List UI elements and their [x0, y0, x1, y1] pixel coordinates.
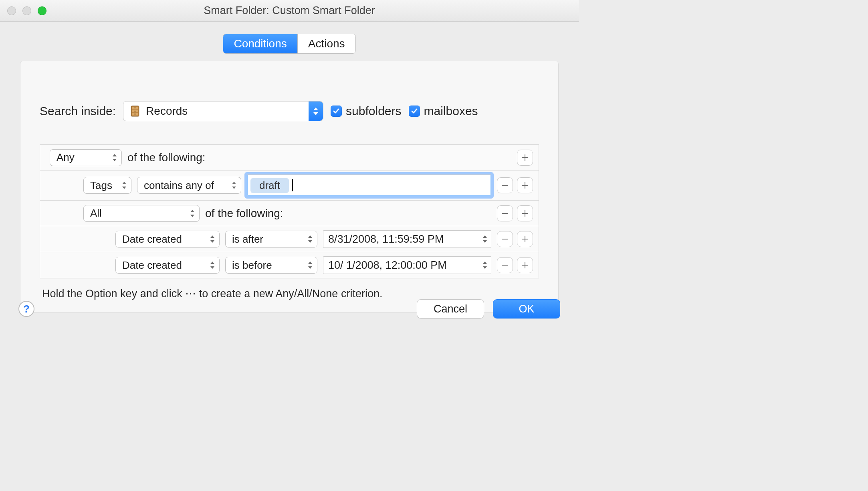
svg-rect-10	[502, 239, 508, 239]
chevron-updown-icon	[307, 262, 313, 269]
remove-rule-button[interactable]	[497, 231, 513, 247]
search-folder-value: Records	[146, 105, 304, 118]
nested-match-mode-value: All	[90, 207, 102, 219]
svg-rect-6	[134, 111, 136, 112]
content-panel: Search inside: Records	[20, 61, 559, 312]
remove-rule-button[interactable]	[497, 257, 513, 273]
subfolders-checkbox-group: subfolders	[331, 104, 401, 118]
minus-icon	[501, 209, 509, 217]
add-rule-button[interactable]	[517, 177, 533, 193]
operator-value: contains any of	[144, 179, 214, 192]
plus-icon	[521, 209, 529, 217]
mailboxes-label: mailboxes	[424, 104, 478, 118]
field-popup[interactable]: Date created	[115, 257, 220, 274]
ok-button[interactable]: OK	[493, 299, 560, 319]
nested-match-all-row: All of the following:	[40, 201, 539, 226]
popup-stepper-icon	[309, 101, 323, 121]
operator-value: is after	[232, 233, 263, 246]
chevron-updown-icon	[307, 235, 313, 243]
tab-actions[interactable]: Actions	[297, 34, 355, 53]
remove-group-button[interactable]	[497, 205, 513, 221]
plus-icon	[521, 261, 529, 269]
cabinet-icon	[129, 104, 141, 118]
date-stepper[interactable]	[482, 235, 488, 243]
minus-icon	[501, 261, 509, 269]
field-value: Date created	[122, 259, 182, 272]
date-input[interactable]: 10/ 1/2008, 12:00:00 PM	[323, 256, 491, 274]
chevron-updown-icon	[190, 210, 195, 217]
add-rule-button[interactable]	[517, 231, 533, 247]
operator-popup[interactable]: contains any of	[137, 177, 241, 194]
add-rule-button[interactable]	[517, 150, 533, 166]
mailboxes-checkbox[interactable]	[409, 106, 420, 117]
operator-popup[interactable]: is after	[225, 231, 317, 248]
match-any-row: Any of the following:	[40, 145, 539, 170]
traffic-light-close[interactable]	[7, 6, 16, 15]
operator-value: is before	[232, 259, 272, 272]
add-rule-button[interactable]	[517, 257, 533, 273]
minus-icon	[501, 181, 509, 189]
tab-conditions[interactable]: Conditions	[223, 34, 297, 53]
svg-rect-9	[502, 213, 508, 214]
svg-rect-7	[134, 114, 136, 115]
field-popup[interactable]: Date created	[115, 231, 220, 248]
chevron-updown-icon	[112, 154, 117, 161]
match-mode-value: Any	[57, 151, 75, 164]
tabs-row: Conditions Actions	[0, 22, 579, 61]
help-button[interactable]: ?	[18, 301, 34, 317]
svg-rect-11	[502, 265, 508, 266]
title-bar: Smart Folder: Custom Smart Folder	[0, 0, 579, 22]
search-inside-label: Search inside:	[40, 104, 116, 118]
date-stepper[interactable]	[482, 262, 488, 269]
date-value: 8/31/2008, 11:59:59 PM	[328, 233, 444, 246]
rule-tags-row: Tags contains any of draft	[40, 170, 539, 201]
chevron-updown-icon	[121, 182, 127, 189]
subfolders-label: subfolders	[346, 104, 401, 118]
chevron-updown-icon	[210, 262, 215, 269]
minus-icon	[501, 235, 509, 243]
traffic-light-minimize[interactable]	[22, 6, 31, 15]
subfolders-checkbox[interactable]	[331, 106, 342, 117]
svg-rect-5	[134, 108, 136, 108]
field-value: Date created	[122, 233, 182, 246]
field-popup[interactable]: Tags	[83, 177, 131, 194]
tag-token[interactable]: draft	[250, 178, 289, 193]
tabs-segmented: Conditions Actions	[223, 34, 355, 54]
plus-icon	[521, 154, 529, 162]
nested-match-mode-popup[interactable]: All	[83, 205, 200, 222]
chevron-updown-icon	[210, 235, 215, 243]
chevron-updown-icon	[231, 182, 237, 189]
search-folder-popup[interactable]: Records	[123, 101, 323, 121]
hint-text: Hold the Option key and click ⋯ to creat…	[42, 287, 539, 300]
match-mode-popup[interactable]: Any	[50, 149, 122, 166]
tags-token-input[interactable]: draft	[247, 174, 491, 196]
rule-date-before-row: Date created is before 10/ 1/2008, 12:00…	[40, 252, 539, 278]
text-caret	[292, 179, 293, 191]
add-group-button[interactable]	[517, 205, 533, 221]
date-value: 10/ 1/2008, 12:00:00 PM	[328, 259, 447, 272]
mailboxes-checkbox-group: mailboxes	[409, 104, 478, 118]
operator-popup[interactable]: is before	[225, 257, 317, 274]
remove-rule-button[interactable]	[497, 177, 513, 193]
date-input[interactable]: 8/31/2008, 11:59:59 PM	[323, 230, 491, 248]
of-following-label-nested: of the following:	[205, 207, 283, 220]
field-value: Tags	[90, 179, 112, 192]
rule-date-after-row: Date created is after 8/31/2008, 11:59:5…	[40, 226, 539, 252]
search-inside-row: Search inside: Records	[40, 101, 539, 121]
of-following-label: of the following:	[127, 151, 206, 164]
traffic-light-zoom[interactable]	[38, 6, 46, 15]
window-title: Smart Folder: Custom Smart Folder	[0, 4, 579, 17]
conditions-table: Any of the following: Tags	[40, 144, 539, 278]
question-mark-icon: ?	[23, 303, 30, 315]
plus-icon	[521, 181, 529, 189]
svg-rect-8	[502, 185, 508, 186]
plus-icon	[521, 235, 529, 243]
cancel-button[interactable]: Cancel	[417, 299, 484, 319]
bottom-row: ? Cancel OK	[0, 299, 579, 319]
